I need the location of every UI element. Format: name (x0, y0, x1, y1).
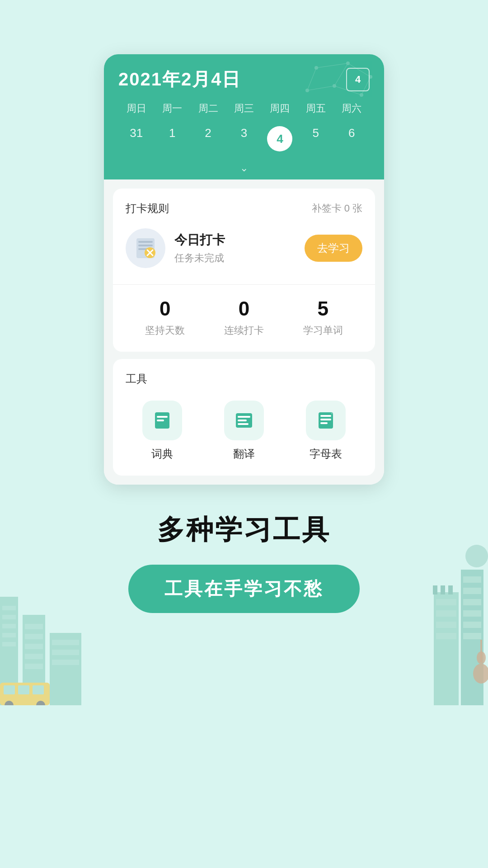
svg-rect-56 (138, 245, 153, 246)
weekday-tue: 周二 (190, 99, 226, 118)
svg-rect-66 (238, 420, 247, 421)
stat-consecutive: 0 连续打卡 (205, 297, 284, 337)
weekday-sun: 周日 (118, 99, 154, 118)
chevron-down-icon: ⌄ (240, 162, 248, 174)
stat-label-words: 学习单词 (303, 324, 343, 337)
stat-words: 5 学习单词 (283, 297, 362, 337)
dictionary-icon-wrap (142, 401, 182, 440)
checkin-rules-label: 打卡规则 (126, 201, 169, 216)
tool-alphabet[interactable]: 字母表 (290, 401, 362, 461)
svg-line-47 (316, 63, 348, 68)
day-1[interactable]: 1 (154, 122, 190, 156)
checkin-task-row: 今日打卡 任务未完成 去学习 (126, 228, 362, 268)
day-4-active[interactable]: 4 (262, 122, 298, 156)
stat-persist-days: 0 坚持天数 (126, 297, 205, 337)
svg-rect-70 (320, 415, 331, 417)
day-2[interactable]: 2 (190, 122, 226, 156)
svg-line-49 (361, 77, 371, 95)
stat-label-consecutive: 连续打卡 (224, 324, 264, 337)
svg-rect-15 (52, 660, 79, 665)
calendar-date: 2021年2月4日 (118, 67, 241, 92)
svg-rect-10 (25, 654, 43, 659)
main-container: 2021年2月4日 4 周日 周一 周二 周三 周四 周五 周六 31 1 2 … (0, 0, 488, 649)
svg-rect-71 (320, 419, 331, 420)
svg-line-52 (307, 68, 316, 90)
headline-text: 多种学习工具 (157, 512, 331, 548)
translate-label: 翻译 (233, 447, 255, 461)
alphabet-icon (315, 410, 337, 431)
bottom-section: 多种学习工具 工具在手学习不愁 (128, 485, 360, 649)
stat-label-persist: 坚持天数 (145, 324, 185, 337)
phone-card: 2021年2月4日 4 周日 周一 周二 周三 周四 周五 周六 31 1 2 … (104, 54, 384, 485)
checkin-task-icon (132, 235, 159, 262)
days-row: 31 1 2 3 4 5 6 (118, 122, 370, 160)
svg-line-50 (334, 63, 348, 86)
day-5[interactable]: 5 (298, 122, 333, 156)
svg-rect-72 (320, 422, 328, 424)
svg-rect-11 (25, 664, 43, 669)
tool-translate[interactable]: 翻译 (207, 401, 280, 461)
stat-number-words: 5 (317, 297, 328, 320)
weekday-mon: 周一 (154, 99, 190, 118)
svg-line-51 (307, 86, 334, 90)
day-3[interactable]: 3 (226, 122, 262, 156)
tools-card: 工具 词典 (113, 359, 375, 476)
svg-rect-68 (238, 416, 240, 418)
task-subtitle: 任务未完成 (174, 251, 296, 265)
translate-icon (233, 410, 255, 431)
stat-number-consecutive: 0 (239, 297, 249, 320)
separator (113, 284, 375, 285)
stats-row: 0 坚持天数 0 连续打卡 5 学习单词 (126, 297, 362, 337)
task-title: 今日打卡 (174, 231, 296, 249)
day-31[interactable]: 31 (118, 122, 154, 156)
svg-rect-55 (138, 241, 153, 243)
supplement-label: 补签卡 0 张 (312, 202, 362, 215)
go-study-button[interactable]: 去学习 (305, 235, 362, 262)
content-area: 打卡规则 补签卡 0 张 (104, 179, 384, 485)
svg-line-53 (334, 86, 361, 95)
weekday-wed: 周三 (226, 99, 262, 118)
day-6[interactable]: 6 (334, 122, 370, 156)
alphabet-label: 字母表 (310, 447, 342, 461)
svg-rect-62 (157, 416, 168, 418)
dictionary-icon (151, 410, 173, 431)
cta-button[interactable]: 工具在手学习不愁 (128, 565, 360, 613)
svg-rect-63 (157, 420, 164, 421)
svg-rect-17 (4, 685, 15, 694)
alphabet-icon-wrap (306, 401, 346, 440)
task-info: 今日打卡 任务未完成 (174, 231, 296, 265)
task-icon-wrap (126, 228, 165, 268)
chevron-row[interactable]: ⌄ (118, 160, 370, 179)
checkin-card: 打卡规则 补签卡 0 张 (113, 189, 375, 352)
svg-rect-18 (18, 685, 29, 694)
checkin-top-row: 打卡规则 补签卡 0 张 (126, 201, 362, 216)
svg-line-48 (348, 63, 371, 77)
translate-icon-wrap (224, 401, 264, 440)
tools-grid: 词典 (126, 401, 362, 461)
svg-rect-67 (238, 423, 249, 425)
tools-title: 工具 (126, 372, 362, 386)
dictionary-label: 词典 (151, 447, 173, 461)
network-pattern (294, 54, 384, 108)
stat-number-persist: 0 (160, 297, 170, 320)
svg-rect-19 (33, 685, 44, 694)
svg-rect-14 (52, 650, 79, 655)
calendar-header: 2021年2月4日 4 周日 周一 周二 周三 周四 周五 周六 31 1 2 … (104, 54, 384, 179)
tool-dictionary[interactable]: 词典 (126, 401, 198, 461)
weekday-thu: 周四 (262, 99, 298, 118)
